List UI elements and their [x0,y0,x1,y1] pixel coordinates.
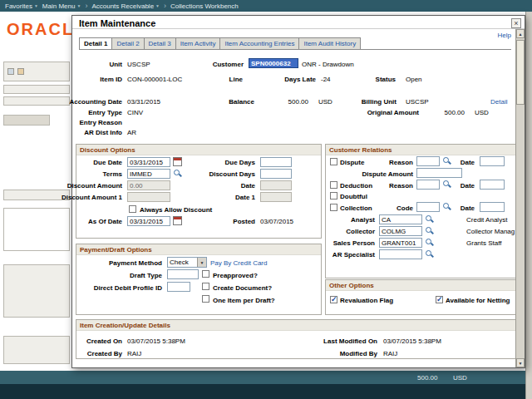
tab-item-audit-history[interactable]: Item Audit History [299,37,361,50]
always-allow-discount-checkbox[interactable] [129,205,136,213]
dispute-amount-input[interactable] [416,168,462,178]
due-date-input[interactable] [127,157,170,167]
billing-unit-label: Billing Unit [362,98,397,106]
unit-value: USCSP [127,61,150,68]
dialog-scrollbar[interactable] [515,29,525,367]
revaluation-flag-checkbox[interactable] [330,296,337,303]
collector-label: Collector [346,228,375,235]
discount-days-input[interactable] [260,169,292,179]
modified-by-label: Modified By [340,350,377,357]
always-allow-discount-label: Always Allow Discount [140,206,212,214]
help-link[interactable]: Help [498,32,511,39]
lookup-icon[interactable] [425,238,434,247]
lookup-icon[interactable] [173,169,182,178]
collection-date-label: Date [461,204,475,212]
customer-input[interactable] [249,58,298,68]
dispute-reason-input[interactable] [416,156,440,166]
deduction-reason-input[interactable] [416,180,440,190]
lookup-icon[interactable] [442,180,451,189]
chevron-down-icon [76,2,81,10]
accounting-date-label: Accounting Date [69,98,122,106]
as-of-date-label: As Of Date [88,218,122,225]
direct-debit-profile-id-label: Direct Debit Profile ID [94,284,162,292]
analyst-description: Credit Analyst [466,216,507,224]
lookup-icon[interactable] [442,156,451,165]
tab-detail-2[interactable]: Detail 2 [112,37,144,50]
scrollbar-thumb[interactable] [516,40,525,105]
breadcrumb-main-menu[interactable]: Main Menu [42,2,81,10]
doubtful-checkbox[interactable] [330,192,337,200]
collection-checkbox[interactable] [330,204,337,211]
due-days-input[interactable] [260,157,292,167]
payment-method-value: Check [168,259,197,266]
detail-link[interactable]: Detail [490,98,507,106]
tab-bar: Detail 1 Detail 2 Detail 3 Item Activity… [79,37,361,50]
collection-code-input[interactable] [416,202,440,212]
background-button-fragment [3,115,50,126]
calendar-icon[interactable] [173,157,182,166]
direct-debit-profile-id-input[interactable] [167,282,190,292]
collection-label: Collection [340,204,372,212]
balance-amount: 500.00 [288,98,308,106]
deduction-checkbox[interactable] [330,181,337,189]
background-panel-fragment [3,96,70,106]
breadcrumb-collections-workbench[interactable]: Collections Workbench [170,2,239,10]
payment-method-select[interactable]: Check [167,257,207,268]
breadcrumb-favorites[interactable]: Favorites [5,2,38,10]
breadcrumb-accounts-receivable[interactable]: Accounts Receivable [91,2,160,10]
background-currency: USD [453,374,467,382]
preapproved-label: Preapproved? [213,272,258,279]
chevron-down-icon [34,2,38,10]
sales-person-input[interactable] [379,238,422,248]
deduction-reason-label: Reason [389,182,413,190]
page-scrollbar[interactable] [525,12,532,399]
lookup-icon[interactable] [425,214,434,224]
tab-detail-3[interactable]: Detail 3 [145,37,176,50]
analyst-input[interactable] [379,214,422,224]
background-panel-fragment [3,264,70,318]
deduction-date-input[interactable] [480,180,505,190]
background-panel-fragment [3,190,70,200]
close-icon[interactable] [511,18,521,28]
collector-input[interactable] [379,226,422,236]
lookup-icon[interactable] [425,249,434,259]
tab-detail-1[interactable]: Detail 1 [79,37,112,50]
pay-by-credit-card-link[interactable]: Pay By Credit Card [210,259,267,267]
payment-draft-options-groupbox: Payment/Draft Options [76,244,322,315]
deduction-date-label: Date [461,182,475,190]
as-of-date-input[interactable] [127,216,170,226]
original-amount-value: 500.00 [445,109,465,116]
lookup-icon[interactable] [425,226,434,235]
days-late-value: -24 [321,76,331,83]
create-document-checkbox[interactable] [202,283,209,290]
draft-type-label: Draft Type [130,272,162,279]
collection-date-input[interactable] [480,202,505,212]
posted-label: Posted [233,218,255,225]
tab-item-activity[interactable]: Item Activity [176,37,221,50]
discount-amount-input [127,180,170,190]
breadcrumb-separator-icon [164,2,166,10]
due-date-label: Due Date [93,159,122,166]
dropdown-arrow-icon[interactable] [197,258,206,267]
background-dark-band [0,384,525,399]
terms-label: Terms [103,170,122,178]
one-item-per-draft-checkbox[interactable] [202,295,209,303]
terms-input[interactable] [127,169,170,179]
available-for-netting-checkbox[interactable] [436,296,443,303]
preapproved-checkbox[interactable] [202,270,209,278]
ar-specialist-input[interactable] [379,249,422,259]
scroll-down-icon[interactable] [516,358,525,367]
analyst-label: Analyst [351,216,375,224]
scroll-up-icon[interactable] [516,29,525,38]
available-for-netting-label: Available for Netting [446,297,510,304]
created-on-label: Created On [86,337,122,345]
breadcrumb-separator-icon [85,2,87,10]
tab-item-accounting-entries[interactable]: Item Accounting Entries [220,37,299,50]
balance-label: Balance [229,98,254,106]
calendar-icon[interactable] [173,216,182,225]
lookup-icon[interactable] [442,202,451,211]
dispute-date-input[interactable] [480,156,505,166]
date-input [260,180,292,190]
draft-type-input[interactable] [167,269,199,279]
dispute-checkbox[interactable] [330,158,337,165]
